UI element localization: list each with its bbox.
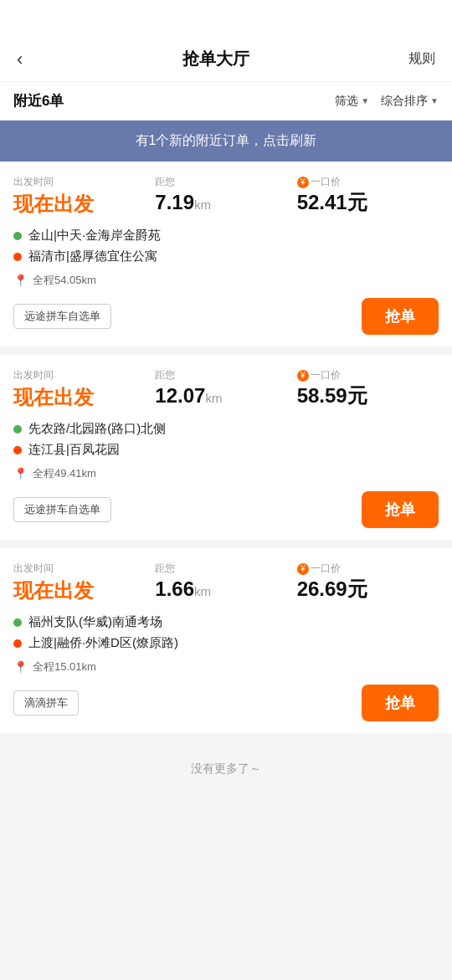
from-dot-icon <box>13 232 22 240</box>
to-dot-icon <box>13 253 22 261</box>
card2-price-label: ¥ 一口价 <box>297 562 439 576</box>
order-card-0: 出发时间 现在出发 距您 7.19km ¥ 一口价 52.41元 金山|中天·金 <box>0 162 452 346</box>
sort-button[interactable]: 综合排序 ▼ <box>381 94 439 109</box>
card2-to-line: 上渡|融侨·外滩D区(燎原路) <box>13 635 439 651</box>
card1-depart-label: 出发时间 <box>13 368 155 382</box>
card1-price-col: ¥ 一口价 58.59元 <box>297 368 439 409</box>
card0-dist-value: 7.19km <box>155 191 296 214</box>
card1-from: 先农路/北园路(路口)北侧 <box>28 421 166 437</box>
rules-link[interactable]: 规则 <box>408 50 435 68</box>
header: ‹ 抢单大厅 规则 <box>0 37 452 82</box>
yen-icon: ¥ <box>297 563 309 575</box>
location-icon: 📍 <box>13 274 28 287</box>
card1-grab-button[interactable]: 抢单 <box>362 491 439 528</box>
card2-from-line: 福州支队(华威)南通考场 <box>13 614 439 630</box>
card0-dist-label: 距您 <box>155 175 296 189</box>
card0-to: 福清市|盛厚德宜住公寓 <box>28 249 157 264</box>
card1-dist-label: 距您 <box>155 368 296 382</box>
card2-grab-button[interactable]: 抢单 <box>362 685 439 721</box>
card1-info-row: 出发时间 现在出发 距您 12.07km ¥ 一口价 58.59元 <box>13 368 439 411</box>
location-icon: 📍 <box>13 660 28 674</box>
card2-depart-label: 出发时间 <box>13 562 155 576</box>
card0-info-row: 出发时间 现在出发 距您 7.19km ¥ 一口价 52.41元 <box>13 175 439 218</box>
status-bar <box>0 0 452 37</box>
card1-route: 先农路/北园路(路口)北侧 连江县|百凤花园 <box>13 421 439 458</box>
card0-price-label: ¥ 一口价 <box>297 175 439 189</box>
location-icon: 📍 <box>13 467 28 480</box>
card1-price-value: 58.59元 <box>297 382 439 409</box>
from-dot-icon <box>13 425 22 434</box>
card2-depart-col: 出发时间 现在出发 <box>13 562 155 604</box>
card1-dist-value: 12.07km <box>155 384 296 408</box>
to-dot-icon <box>13 446 22 454</box>
card2-route: 福州支队(华威)南通考场 上渡|融侨·外滩D区(燎原路) <box>13 614 439 651</box>
card1-depart-col: 出发时间 现在出发 <box>13 368 155 411</box>
card2-distance: 📍 全程15.01km <box>13 659 439 675</box>
card0-from: 金山|中天·金海岸金爵苑 <box>28 228 161 244</box>
card0-price-value: 52.41元 <box>297 189 439 216</box>
card0-distance: 📍 全程54.05km <box>13 273 439 288</box>
card1-from-line: 先农路/北园路(路口)北侧 <box>13 421 439 437</box>
card2-depart-value: 现在出发 <box>13 577 155 604</box>
footer-text: 没有更多了～ <box>0 741 452 790</box>
sort-arrow-icon: ▼ <box>430 96 439 105</box>
card1-dist-col: 距您 12.07km <box>155 368 296 408</box>
cards-container: 出发时间 现在出发 距您 7.19km ¥ 一口价 52.41元 金山|中天·金 <box>0 162 452 733</box>
card1-to: 连江县|百凤花园 <box>28 442 120 458</box>
card2-dist-col: 距您 1.66km <box>155 562 296 601</box>
card2-tag-button[interactable]: 滴滴拼车 <box>13 690 79 716</box>
card1-bottom: 远途拼车自选单 抢单 <box>13 491 439 528</box>
order-card-1: 出发时间 现在出发 距您 12.07km ¥ 一口价 58.59元 先农路/北园 <box>0 355 452 540</box>
card0-to-line: 福清市|盛厚德宜住公寓 <box>13 249 439 264</box>
card0-grab-button[interactable]: 抢单 <box>362 298 439 335</box>
subheader: 附近6单 筛选 ▼ 综合排序 ▼ <box>0 82 452 121</box>
filters-row: 筛选 ▼ 综合排序 ▼ <box>335 94 439 109</box>
yen-icon: ¥ <box>297 370 309 382</box>
toast-message: 有1个新的附近订单，点击刷新 <box>136 133 317 147</box>
card2-bottom: 滴滴拼车 抢单 <box>13 685 439 721</box>
card1-depart-value: 现在出发 <box>13 384 155 411</box>
card0-route: 金山|中天·金海岸金爵苑 福清市|盛厚德宜住公寓 <box>13 228 439 264</box>
card0-dist-col: 距您 7.19km <box>155 175 296 214</box>
page-title: 抢单大厅 <box>182 48 249 70</box>
card0-depart-value: 现在出发 <box>13 191 155 218</box>
from-dot-icon <box>13 618 22 627</box>
yen-icon: ¥ <box>297 177 309 188</box>
card1-distance: 📍 全程49.41km <box>13 466 439 481</box>
card2-dist-label: 距您 <box>155 562 296 576</box>
order-card-2: 出发时间 现在出发 距您 1.66km ¥ 一口价 26.69元 福州支队(华威 <box>0 548 452 733</box>
card0-bottom: 远途拼车自选单 抢单 <box>13 298 439 335</box>
card0-depart-col: 出发时间 现在出发 <box>13 175 155 218</box>
filter-arrow-icon: ▼ <box>361 96 369 105</box>
card2-dist-value: 1.66km <box>155 577 296 601</box>
toast-banner[interactable]: 有1个新的附近订单，点击刷新 <box>0 121 452 162</box>
card2-price-value: 26.69元 <box>297 576 439 603</box>
card2-to: 上渡|融侨·外滩D区(燎原路) <box>28 635 178 651</box>
card2-info-row: 出发时间 现在出发 距您 1.66km ¥ 一口价 26.69元 <box>13 562 439 604</box>
card2-price-col: ¥ 一口价 26.69元 <box>297 562 439 603</box>
card1-tag-button[interactable]: 远途拼车自选单 <box>13 497 111 522</box>
order-count: 附近6单 <box>13 91 64 110</box>
to-dot-icon <box>13 639 22 648</box>
card0-depart-label: 出发时间 <box>13 175 155 189</box>
back-button[interactable]: ‹ <box>17 49 23 70</box>
card2-from: 福州支队(华威)南通考场 <box>28 614 162 630</box>
card1-price-label: ¥ 一口价 <box>297 368 439 382</box>
filter-button[interactable]: 筛选 ▼ <box>335 94 369 109</box>
card0-tag-button[interactable]: 远途拼车自选单 <box>13 304 111 329</box>
card0-price-col: ¥ 一口价 52.41元 <box>297 175 439 216</box>
card1-to-line: 连江县|百凤花园 <box>13 442 439 458</box>
card0-from-line: 金山|中天·金海岸金爵苑 <box>13 228 439 244</box>
